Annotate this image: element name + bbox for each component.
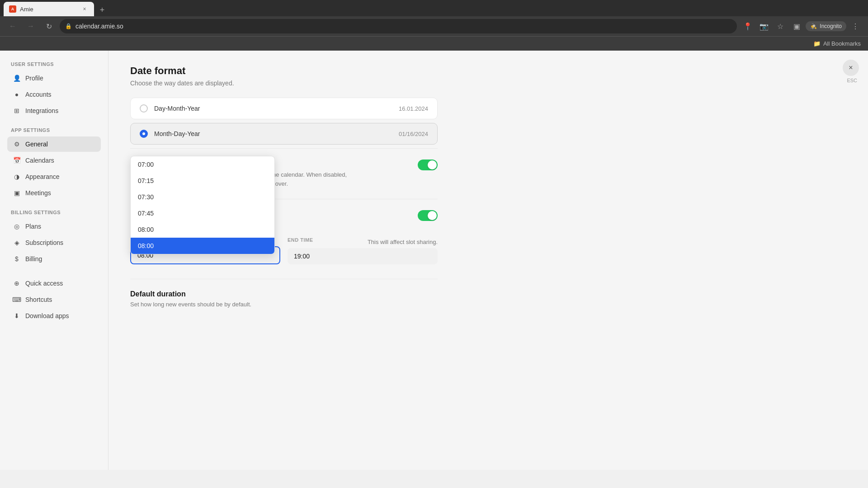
incognito-button[interactable]: 🕵️ Incognito bbox=[806, 21, 846, 31]
end-time-label: END TIME bbox=[288, 237, 313, 243]
profile-icon: 👤 bbox=[13, 74, 21, 82]
quick-access-icon: ⊕ bbox=[13, 279, 21, 287]
sidebar: User Settings 👤 Profile ● Accounts ⊞ Int… bbox=[0, 51, 108, 470]
sidebar-item-profile[interactable]: 👤 Profile bbox=[7, 70, 101, 86]
sidebar-item-calendars-label: Calendars bbox=[25, 157, 54, 164]
sidebar-icon-button[interactable]: ▣ bbox=[789, 19, 804, 33]
billing-settings-label: Billing Settings bbox=[7, 210, 101, 215]
sidebar-item-billing[interactable]: $ Billing bbox=[7, 251, 101, 267]
sidebar-item-meetings-label: Meetings bbox=[25, 189, 51, 197]
sidebar-item-general-label: General bbox=[25, 141, 48, 148]
sidebar-item-integrations[interactable]: ⊞ Integrations bbox=[7, 103, 101, 118]
time-range-container: 07:00 07:15 07:30 07:45 08:00 08:00 STAR… bbox=[130, 237, 438, 264]
app-settings-label: App Settings bbox=[7, 127, 101, 133]
toolbar-right: 📍 📷 ☆ ▣ 🕵️ Incognito ⋮ bbox=[741, 19, 863, 33]
sidebar-item-billing-label: Billing bbox=[25, 255, 42, 263]
sidebar-item-quick-access-label: Quick access bbox=[25, 280, 63, 287]
sidebar-item-accounts-label: Accounts bbox=[25, 91, 52, 98]
default-duration-title: Default duration bbox=[130, 290, 438, 298]
sidebar-item-calendars[interactable]: 📅 Calendars bbox=[7, 153, 101, 168]
default-duration-desc: Set how long new events should be by def… bbox=[130, 301, 438, 308]
sidebar-item-subscriptions-label: Subscriptions bbox=[25, 239, 63, 246]
end-time-input[interactable]: 19:00 bbox=[288, 248, 438, 264]
sidebar-item-subscriptions[interactable]: ◈ Subscriptions bbox=[7, 235, 101, 250]
appearance-icon: ◑ bbox=[13, 173, 21, 181]
address-bar-row: ← → ↻ 🔒 calendar.amie.so 📍 📷 ☆ ▣ 🕵️ Inco… bbox=[0, 16, 868, 36]
date-format-dmy-label: Day-Month-Year bbox=[154, 105, 392, 112]
sidebar-item-plans-label: Plans bbox=[25, 223, 41, 230]
date-format-title: Date format bbox=[130, 65, 846, 77]
active-tab: A Amie × bbox=[4, 2, 94, 16]
sidebar-item-plans[interactable]: ◎ Plans bbox=[7, 219, 101, 234]
lock-icon: 🔒 bbox=[65, 23, 72, 29]
location-icon-button[interactable]: 📍 bbox=[741, 19, 755, 33]
download-icon: ⬇ bbox=[13, 312, 21, 320]
early-start-row: E... Se... 07:00 07:15 07:30 07:45 08:00… bbox=[130, 199, 438, 275]
date-format-dmy-example: 16.01.2024 bbox=[399, 105, 428, 112]
radio-dmy bbox=[140, 104, 148, 113]
forward-button[interactable]: → bbox=[24, 19, 38, 33]
sidebar-item-general[interactable]: ⚙ General bbox=[7, 136, 101, 152]
date-format-option-dmy[interactable]: Day-Month-Year 16.01.2024 bbox=[130, 98, 438, 119]
incognito-icon: 🕵️ bbox=[810, 23, 817, 29]
subscriptions-icon: ◈ bbox=[13, 239, 21, 247]
sidebar-item-accounts[interactable]: ● Accounts bbox=[7, 87, 101, 102]
end-time-group: END TIME This will affect slot sharing. … bbox=[288, 237, 438, 264]
bookmarks-folder-icon: 📁 bbox=[813, 40, 821, 47]
tab-favicon: A bbox=[9, 5, 16, 13]
tab-title: Amie bbox=[20, 6, 77, 13]
tab-bar: A Amie × + bbox=[0, 0, 868, 16]
shortcuts-icon: ⌨ bbox=[13, 296, 21, 304]
dropdown-item-selected-0800[interactable]: 08:00 bbox=[131, 238, 274, 254]
sidebar-item-quick-access[interactable]: ⊕ Quick access bbox=[7, 276, 101, 291]
esc-label: ESC bbox=[847, 78, 857, 83]
display-checkboxes-toggle[interactable] bbox=[418, 160, 438, 170]
sidebar-item-appearance[interactable]: ◑ Appearance bbox=[7, 169, 101, 184]
back-button[interactable]: ← bbox=[5, 19, 20, 33]
app-container: User Settings 👤 Profile ● Accounts ⊞ Int… bbox=[0, 51, 868, 470]
main-content: × ESC Date format Choose the way dates a… bbox=[108, 51, 868, 470]
sidebar-item-shortcuts[interactable]: ⌨ Shortcuts bbox=[7, 292, 101, 307]
plans-icon: ◎ bbox=[13, 222, 21, 230]
meetings-icon: ▣ bbox=[13, 189, 21, 197]
new-tab-button[interactable]: + bbox=[96, 4, 108, 16]
sidebar-item-appearance-label: Appearance bbox=[25, 173, 60, 180]
radio-mdy bbox=[140, 130, 148, 138]
sidebar-item-meetings[interactable]: ▣ Meetings bbox=[7, 185, 101, 201]
sidebar-item-download-apps[interactable]: ⬇ Download apps bbox=[7, 308, 101, 324]
user-settings-label: User Settings bbox=[7, 61, 101, 67]
address-bar[interactable]: 🔒 calendar.amie.so bbox=[60, 19, 737, 33]
star-icon-button[interactable]: ☆ bbox=[773, 19, 788, 33]
accounts-icon: ● bbox=[13, 90, 21, 99]
more-button[interactable]: ⋮ bbox=[848, 19, 863, 33]
sidebar-item-integrations-label: Integrations bbox=[25, 107, 58, 114]
sidebar-item-shortcuts-label: Shortcuts bbox=[25, 296, 52, 303]
all-bookmarks-link[interactable]: 📁 All Bookmarks bbox=[813, 40, 861, 47]
dropdown-item-0730[interactable]: 07:30 bbox=[131, 189, 274, 205]
address-text: calendar.amie.so bbox=[75, 23, 123, 30]
default-duration-section: Default duration Set how long new events… bbox=[130, 279, 438, 308]
date-format-mdy-label: Month-Day-Year bbox=[154, 130, 392, 137]
dropdown-item-0715[interactable]: 07:15 bbox=[131, 173, 274, 189]
dropdown-item-0800[interactable]: 08:00 bbox=[131, 221, 274, 238]
sidebar-item-download-apps-label: Download apps bbox=[25, 312, 69, 319]
billing-icon: $ bbox=[13, 255, 21, 263]
end-time-header-row: END TIME This will affect slot sharing. bbox=[288, 237, 438, 245]
general-icon: ⚙ bbox=[13, 140, 21, 148]
reload-button[interactable]: ↻ bbox=[42, 19, 56, 33]
integrations-icon: ⊞ bbox=[13, 107, 21, 115]
early-start-toggle[interactable] bbox=[418, 210, 438, 221]
tab-close-button[interactable]: × bbox=[80, 5, 89, 13]
calendars-icon: 📅 bbox=[13, 156, 21, 164]
camera-off-icon-button[interactable]: 📷 bbox=[757, 19, 771, 33]
date-format-description: Choose the way dates are displayed. bbox=[130, 80, 846, 87]
browser-chrome: A Amie × + ← → ↻ 🔒 calendar.amie.so 📍 📷 … bbox=[0, 0, 868, 51]
bookmarks-bar: 📁 All Bookmarks bbox=[0, 36, 868, 51]
sidebar-item-profile-label: Profile bbox=[25, 75, 43, 82]
date-format-mdy-example: 01/16/2024 bbox=[399, 131, 428, 137]
dropdown-item-0745[interactable]: 07:45 bbox=[131, 205, 274, 221]
time-dropdown-list[interactable]: 07:00 07:15 07:30 07:45 08:00 08:00 bbox=[130, 156, 275, 254]
dropdown-item-0700[interactable]: 07:00 bbox=[131, 156, 274, 173]
close-settings-button[interactable]: × bbox=[843, 60, 859, 76]
date-format-option-mdy[interactable]: Month-Day-Year 01/16/2024 bbox=[130, 123, 438, 145]
